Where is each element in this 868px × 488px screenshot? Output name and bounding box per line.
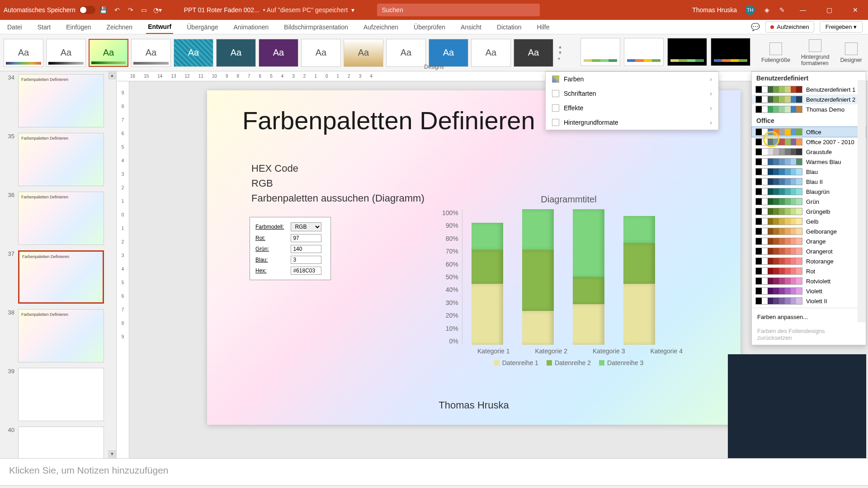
customize-colors[interactable]: Farben anpassen...: [752, 310, 866, 324]
design-thumb[interactable]: Aa: [89, 39, 128, 67]
color-scheme-item[interactable]: Blau II: [752, 177, 866, 187]
design-thumb[interactable]: Aa: [46, 39, 86, 67]
design-thumb[interactable]: Aa: [344, 39, 383, 67]
pen-icon[interactable]: ✎: [778, 6, 786, 14]
menu-effects[interactable]: Effekte›: [546, 101, 718, 115]
menu-colors[interactable]: Farben›: [546, 72, 718, 86]
tab-zeichnen[interactable]: Zeichnen: [105, 21, 135, 33]
comments-icon[interactable]: 💬: [751, 23, 760, 31]
maximize-button[interactable]: ▢: [820, 6, 838, 14]
slide-thumbnail[interactable]: Farbenpaletten Definieren: [18, 192, 104, 245]
green-input[interactable]: [291, 245, 321, 253]
designer-button[interactable]: Designer: [837, 41, 866, 65]
color-scheme-item[interactable]: Gelborange: [752, 226, 866, 236]
scroll-down-icon[interactable]: ▼: [108, 450, 116, 458]
color-scheme-item[interactable]: Violett: [752, 286, 866, 296]
chart[interactable]: Diagrammtitel 100%90%80%70%60%50%40%30%2…: [442, 194, 695, 371]
slide[interactable]: Farbenpaletten Definieren HEX CodeRGBFar…: [207, 90, 741, 425]
design-thumb[interactable]: Aa: [4, 39, 43, 67]
variant-gallery[interactable]: [577, 34, 754, 71]
autosave-toggle[interactable]: Automatisches Speichern: [4, 6, 95, 14]
red-input[interactable]: [291, 234, 321, 242]
color-scheme-item[interactable]: Grün: [752, 197, 866, 206]
undo-icon[interactable]: ↶: [113, 6, 121, 14]
slide-thumbnail[interactable]: Farbenpaletten Definieren: [18, 309, 104, 362]
slide-thumbnail[interactable]: Farbenpaletten Definieren: [18, 250, 104, 304]
minimize-button[interactable]: —: [794, 6, 812, 14]
tab-ansicht[interactable]: Ansicht: [459, 21, 483, 33]
gallery-up-icon[interactable]: ▲: [558, 44, 562, 49]
thumb-scrollbar[interactable]: ▲ ▼: [108, 71, 116, 458]
format-bg-button[interactable]: Hintergrund formatieren: [797, 38, 833, 68]
share-button[interactable]: Freigeben ▾: [820, 21, 863, 33]
color-scheme-item[interactable]: Thomas Demo: [752, 104, 866, 114]
color-scheme-item[interactable]: Grüngelb: [752, 206, 866, 216]
toggle-switch[interactable]: [79, 6, 95, 14]
slide-thumbnail[interactable]: Farbenpaletten Definieren: [18, 74, 104, 127]
color-scheme-item[interactable]: Violett II: [752, 296, 866, 306]
slide-thumbnail[interactable]: Farbenpaletten Definieren: [18, 133, 104, 186]
design-thumb[interactable]: Aa: [301, 39, 341, 67]
flyout-scrollbar[interactable]: [858, 80, 866, 322]
menu-bg-formats[interactable]: Hintergrundformate›: [546, 115, 718, 130]
design-thumb[interactable]: Aa: [174, 39, 213, 67]
tab-entwurf[interactable]: Entwurf: [146, 20, 173, 34]
record-button[interactable]: Aufzeichnen: [765, 21, 814, 33]
user-name[interactable]: Thomas Hruska: [692, 6, 737, 14]
variant-thumb[interactable]: [624, 38, 664, 66]
filename[interactable]: PPT 01 Roter Faden 002... • Auf "diesem …: [184, 6, 355, 14]
color-scheme-item[interactable]: Orange: [752, 236, 866, 246]
diamond-icon[interactable]: ◈: [763, 6, 770, 14]
slide-thumbnail[interactable]: [18, 368, 104, 421]
color-scheme-item[interactable]: Rot: [752, 266, 866, 276]
color-scheme-item[interactable]: Graustufe: [752, 147, 866, 157]
search-input[interactable]: [377, 4, 540, 16]
save-icon[interactable]: 💾: [100, 6, 107, 14]
menu-fonts[interactable]: Schriftarten›: [546, 86, 718, 101]
slide-size-button[interactable]: Foliengröße: [758, 41, 794, 65]
tab-aufzeichnen[interactable]: Aufzeichnen: [362, 21, 400, 33]
design-thumb[interactable]: Aa: [514, 39, 553, 67]
color-model-select[interactable]: RGB: [291, 222, 321, 231]
tab-dictation[interactable]: Dictation: [495, 21, 523, 33]
tab-übergänge[interactable]: Übergänge: [185, 21, 220, 33]
slide-thumbnail[interactable]: [18, 427, 104, 458]
tab-start[interactable]: Start: [36, 21, 53, 33]
color-scheme-item[interactable]: Rotorange: [752, 256, 866, 266]
color-scheme-item[interactable]: Orangerot: [752, 246, 866, 256]
color-scheme-item[interactable]: Gelb: [752, 216, 866, 226]
color-scheme-item[interactable]: Blaugrün: [752, 187, 866, 197]
presentation-icon[interactable]: ▭: [141, 6, 148, 14]
design-thumb[interactable]: Aa: [386, 39, 426, 67]
design-thumb[interactable]: Aa: [429, 39, 468, 67]
chevron-down-icon[interactable]: ▾: [351, 6, 354, 14]
color-scheme-item[interactable]: Benutzerdefiniert 2: [752, 94, 866, 104]
variant-thumb[interactable]: [711, 38, 750, 66]
tab-animationen[interactable]: Animationen: [232, 21, 271, 33]
color-scheme-item[interactable]: Rotviolett: [752, 276, 866, 286]
design-thumb[interactable]: Aa: [471, 39, 511, 67]
slide-body[interactable]: HEX CodeRGBFarbenpaletten aussuchen (Dia…: [251, 161, 425, 206]
color-scheme-item[interactable]: Warmes Blau: [752, 157, 866, 167]
redo-icon[interactable]: ↷: [127, 6, 134, 14]
close-button[interactable]: ✕: [846, 6, 864, 14]
color-scheme-item[interactable]: Benutzerdefiniert 1: [752, 84, 866, 94]
design-thumb[interactable]: Aa: [131, 39, 171, 67]
scroll-up-icon[interactable]: ▲: [108, 71, 116, 80]
color-scheme-item[interactable]: Blau: [752, 167, 866, 177]
design-thumb[interactable]: Aa: [259, 39, 298, 67]
gallery-down-icon[interactable]: ▼: [558, 50, 562, 55]
tab-datei[interactable]: Datei: [5, 21, 24, 33]
tab-hilfe[interactable]: Hilfe: [535, 21, 551, 33]
variant-thumb[interactable]: [580, 38, 620, 66]
tab-einfügen[interactable]: Einfügen: [64, 21, 93, 33]
slide-title[interactable]: Farbenpaletten Definieren: [242, 106, 535, 135]
gallery-more-icon[interactable]: ▾: [558, 56, 562, 61]
more-icon[interactable]: ◔▾: [154, 6, 161, 14]
variant-thumb[interactable]: [667, 38, 707, 66]
hex-input[interactable]: [291, 267, 321, 275]
design-thumb[interactable]: Aa: [216, 39, 256, 67]
blue-input[interactable]: [291, 256, 321, 264]
notes-pane[interactable]: Klicken Sie, um Notizen hinzuzufügen: [0, 458, 868, 485]
avatar[interactable]: TH: [745, 5, 755, 15]
